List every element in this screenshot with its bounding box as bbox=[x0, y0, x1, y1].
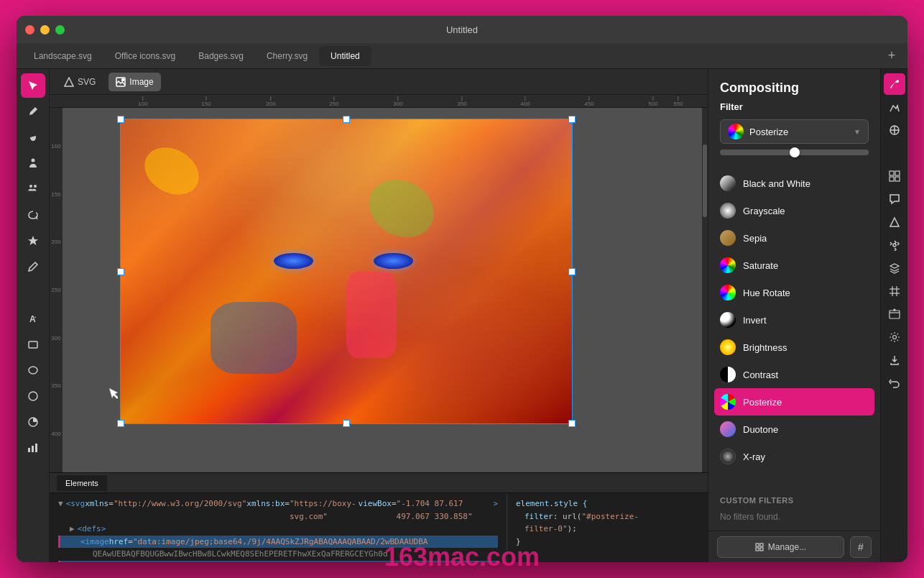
svg-point-0 bbox=[31, 159, 34, 162]
adjust-tool-button[interactable] bbox=[884, 119, 905, 141]
expand-icon[interactable]: ▼ bbox=[58, 497, 63, 510]
filter-item-invert[interactable]: Invert bbox=[714, 306, 874, 334]
rect-tool-button[interactable] bbox=[21, 332, 45, 357]
ruler-top: 100 150 200 250 300 350 400 450 500 550 bbox=[50, 95, 708, 108]
svg-rect-8 bbox=[28, 448, 30, 452]
filter-item-hue-rotate[interactable]: Hue Rotate bbox=[714, 279, 874, 306]
handle-bottom-right[interactable] bbox=[568, 420, 576, 427]
paint-tool-button[interactable] bbox=[884, 73, 905, 95]
person-tool-button[interactable] bbox=[21, 151, 45, 175]
shape-tool-button[interactable] bbox=[884, 211, 905, 233]
svg-marker-23 bbox=[890, 218, 899, 226]
tab-badges[interactable]: Badges.svg bbox=[187, 46, 255, 66]
right-panel-bottom: Manage... # bbox=[708, 531, 880, 562]
library-tool-button[interactable] bbox=[884, 303, 905, 325]
canvas-viewport[interactable]: 100150200250300350400 bbox=[50, 108, 708, 472]
canvas-toolbar: SVG Image bbox=[50, 69, 708, 95]
image-mode-button[interactable]: Image bbox=[108, 73, 160, 91]
hand-tool-button[interactable] bbox=[21, 125, 45, 150]
elements-tab[interactable]: Elements bbox=[57, 475, 107, 491]
star-tool-button[interactable] bbox=[21, 229, 45, 253]
manage-button[interactable]: Manage... bbox=[717, 536, 844, 558]
handle-middle-right[interactable] bbox=[568, 268, 576, 275]
code-line-cont2[interactable]: ... " width="497.067" height="330.858" bbox=[58, 561, 498, 562]
minimize-button[interactable] bbox=[40, 25, 50, 35]
filter-item-grayscale[interactable]: Grayscale bbox=[714, 197, 874, 224]
filter-dropdown[interactable]: Posterize ▼ bbox=[720, 119, 869, 144]
ruler-mark-150: 150 bbox=[201, 96, 211, 107]
close-button[interactable] bbox=[25, 25, 34, 35]
text-alt-tool-button[interactable]: A bbox=[21, 306, 45, 331]
tab-office[interactable]: Office icons.svg bbox=[103, 46, 187, 66]
tab-cherry[interactable]: Cherry.svg bbox=[255, 46, 319, 66]
handle-top-right[interactable] bbox=[568, 116, 576, 123]
svg-point-2 bbox=[34, 185, 37, 188]
dropdown-arrow-icon: ▼ bbox=[854, 128, 861, 136]
select-tool-button[interactable] bbox=[21, 73, 45, 98]
slider-thumb[interactable] bbox=[790, 147, 800, 157]
hash-button[interactable]: # bbox=[850, 536, 872, 558]
type-tool-button[interactable] bbox=[884, 142, 905, 164]
filter-slider[interactable] bbox=[720, 150, 869, 155]
maximize-button[interactable] bbox=[55, 25, 65, 35]
code-line-defs: ▶ <defs> bbox=[58, 523, 498, 536]
tab-bar: Landscape.svg Office icons.svg Badges.sv… bbox=[17, 43, 907, 69]
filter-item-posterize[interactable]: Posterize bbox=[714, 388, 874, 416]
canvas-inner[interactable] bbox=[63, 108, 702, 472]
person-alt-tool-button[interactable] bbox=[21, 177, 45, 201]
settings-tool-button[interactable] bbox=[884, 326, 905, 348]
filter-item-saturate[interactable]: Saturate bbox=[714, 252, 874, 279]
svg-mode-button[interactable]: SVG bbox=[57, 73, 103, 91]
right-panel: Compositing Filter Posterize ▼ Black and… bbox=[708, 69, 880, 562]
lasso-tool-button[interactable] bbox=[21, 203, 45, 227]
filter-item-xray[interactable]: X-ray bbox=[714, 443, 874, 470]
filter-section-label: Filter bbox=[720, 101, 869, 112]
handle-top-left[interactable] bbox=[117, 116, 124, 123]
table-tool-button[interactable] bbox=[884, 165, 905, 187]
svg-point-5 bbox=[29, 367, 37, 374]
handle-bottom-center[interactable] bbox=[343, 420, 350, 427]
window-title: Untitled bbox=[446, 24, 478, 35]
export-tool-button[interactable] bbox=[884, 349, 905, 371]
filter-item-contrast[interactable]: Contrast bbox=[714, 361, 874, 388]
pie-tool-button[interactable] bbox=[21, 410, 45, 434]
filter-item-duotone[interactable]: Duotone bbox=[714, 416, 874, 443]
ellipse-tool-button[interactable] bbox=[21, 358, 45, 382]
text-tool-button[interactable] bbox=[21, 280, 45, 305]
filter-item-brightness[interactable]: Brightness bbox=[714, 334, 874, 361]
filter-item-sepia[interactable]: Sepia bbox=[714, 224, 874, 252]
svg-rect-17 bbox=[760, 548, 763, 551]
pen-tool-button[interactable] bbox=[21, 99, 45, 124]
ruler-mark-100: 100 bbox=[138, 96, 147, 107]
svg-point-13 bbox=[122, 78, 124, 81]
handle-bottom-left[interactable] bbox=[117, 420, 124, 427]
undo-tool-button[interactable] bbox=[884, 372, 905, 394]
duotone-icon bbox=[720, 421, 736, 437]
svg-rect-9 bbox=[32, 446, 34, 452]
filter-label-duotone: Duotone bbox=[743, 424, 778, 435]
no-filters-text: No filters found. bbox=[720, 509, 869, 525]
circle-tool-button[interactable] bbox=[21, 384, 45, 408]
filter-label-saturate: Saturate bbox=[743, 260, 778, 271]
pencil-tool-button[interactable] bbox=[21, 254, 45, 279]
svg-text:A: A bbox=[29, 314, 36, 324]
comment-tool-button[interactable] bbox=[884, 188, 905, 210]
svg-marker-11 bbox=[65, 78, 73, 86]
handle-middle-left[interactable] bbox=[117, 268, 124, 275]
tab-untitled[interactable]: Untitled bbox=[319, 46, 371, 66]
scroll-bar-right[interactable] bbox=[702, 108, 708, 472]
vector-tool-button[interactable] bbox=[884, 96, 905, 118]
handle-top-center[interactable] bbox=[343, 116, 350, 123]
canvas-image-container[interactable] bbox=[120, 119, 573, 424]
expand-defs-icon[interactable]: ▶ bbox=[70, 523, 75, 536]
tab-landscape[interactable]: Landscape.svg bbox=[22, 46, 103, 66]
filter-item-black-and-white[interactable]: Black and White bbox=[714, 170, 874, 197]
custom-filters-section: CUSTOM FILTERS No filters found. bbox=[708, 490, 880, 531]
grid-tool-button[interactable] bbox=[884, 280, 905, 302]
layers-tool-button[interactable] bbox=[884, 257, 905, 279]
chart-tool-button[interactable] bbox=[21, 436, 45, 460]
scroll-thumb[interactable] bbox=[703, 144, 707, 217]
transform-tool-button[interactable] bbox=[884, 234, 905, 256]
code-line-image[interactable]: <image href="data:image/jpeg;base64,/9j/… bbox=[58, 536, 498, 549]
add-tab-button[interactable]: + bbox=[882, 46, 902, 66]
